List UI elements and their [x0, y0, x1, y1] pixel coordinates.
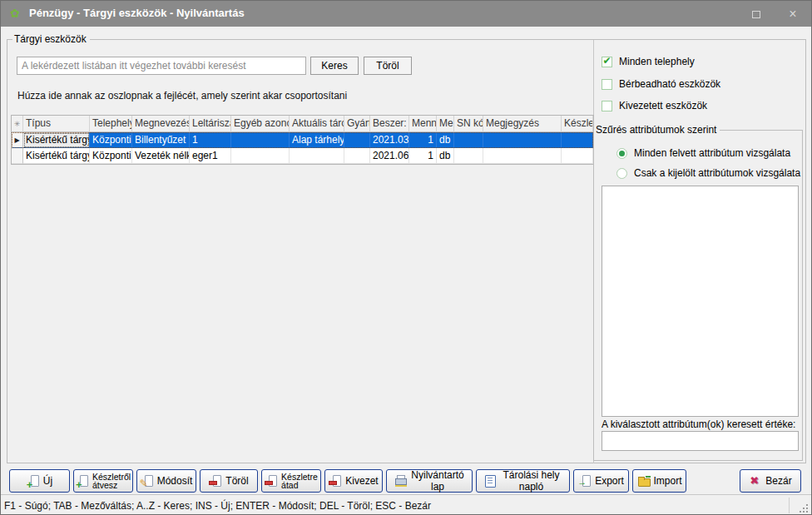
column-header-1[interactable]: Típus — [23, 116, 90, 132]
close-icon: × — [789, 7, 796, 21]
nyilvantarto-lap-label: Nyilvántartó lap — [410, 469, 465, 493]
modosit-button[interactable]: Módosít — [136, 469, 196, 493]
cell — [344, 132, 370, 148]
column-header-2[interactable]: Telephely — [90, 116, 132, 132]
radio-label: Csak a kijelölt attribútumok vizsgálata — [634, 167, 800, 179]
cell — [454, 132, 483, 148]
keszletre-atad-label: Készletre átad — [281, 473, 318, 489]
modosit-label: Módosít — [157, 475, 193, 487]
nyilvantarto-lap-button[interactable]: Nyilvántartó lap — [386, 469, 473, 493]
column-header-11[interactable]: SN kó — [454, 116, 483, 132]
cell — [454, 148, 483, 164]
cell — [231, 132, 290, 148]
assets-table: ✳TípusTelephelyMegnevezésLeltáriszáEgyéb… — [11, 115, 594, 165]
column-header-13[interactable]: Készle — [562, 116, 593, 132]
checkbox-unchecked-icon — [602, 101, 612, 111]
attribute-list[interactable] — [602, 186, 799, 417]
attribute-value-label: A kiválasztott attribútum(ok) keresett é… — [602, 418, 795, 430]
keszletre-atad-button[interactable]: Készletre átad — [261, 469, 321, 493]
cell: 1 — [190, 132, 231, 148]
doc-minus-icon — [209, 474, 222, 487]
cell — [231, 148, 290, 164]
close-window-button[interactable]: Bezár — [740, 469, 801, 493]
row-selector-header: ✳ — [12, 116, 23, 132]
radio-unselected-icon — [616, 168, 627, 179]
close-x-icon — [749, 474, 762, 487]
journal-icon — [483, 474, 497, 487]
column-header-7[interactable]: Gyárt — [344, 116, 370, 132]
export-label: Export — [595, 475, 624, 487]
bottom-toolbar: ÚjKészletről átveszMódosítTörölKészletre… — [1, 467, 811, 494]
cell: Alap tárhely — [290, 132, 344, 148]
close-window-label: Bezár — [765, 475, 791, 487]
table-row[interactable]: ▶Kisértékű tárgyKözponti tBillentyűzet1A… — [12, 132, 593, 148]
cell: 2021.06 — [370, 148, 409, 164]
search-input[interactable] — [17, 57, 306, 75]
cell — [290, 148, 344, 164]
resize-grip-icon[interactable] — [800, 504, 808, 513]
cell: 1 — [409, 148, 437, 164]
status-bar: F1 - Súgó; TAB - Mezőváltás; A..Z - Kere… — [1, 494, 811, 515]
keszletrol-atvesz-button[interactable]: Készletről átvesz — [73, 469, 133, 493]
column-header-8[interactable]: Beszer: — [370, 116, 409, 132]
radio-option-2[interactable]: Csak a kijelölt attribútumok vizsgálata — [616, 167, 800, 179]
checkbox-label: Minden telephely — [619, 56, 695, 67]
column-header-10[interactable]: Me — [437, 116, 454, 132]
cell — [483, 132, 562, 148]
clear-search-button[interactable]: Töröl — [364, 57, 412, 75]
attribute-filter-legend: Szűrés attribútumok szerint — [594, 124, 720, 136]
group-by-hint: Húzza ide annak az oszlopnak a fejlécét,… — [17, 90, 347, 102]
checkbox-filter-1[interactable]: ✔Minden telephely — [602, 56, 695, 67]
maximize-icon — [752, 11, 760, 18]
kivezet-button[interactable]: Kivezet — [324, 469, 383, 493]
radio-option-1[interactable]: Minden felvett attribútum vizsgálata — [616, 147, 790, 159]
cell: Vezeték nélki — [132, 148, 190, 164]
cell — [562, 132, 593, 148]
import-button[interactable]: Import — [632, 469, 686, 493]
checkbox-label: Kivezetett eszközök — [619, 100, 707, 111]
check-mark-icon: ✔ — [602, 56, 611, 66]
keszletrol-atvesz-label: Készletről átvesz — [92, 473, 131, 489]
checkbox-filter-3[interactable]: Kivezetett eszközök — [602, 100, 707, 111]
status-text: F1 - Súgó; TAB - Mezőváltás; A..Z - Kere… — [4, 500, 431, 512]
column-header-12[interactable]: Megjegyzés — [483, 116, 562, 132]
app-flower-icon: ✿ — [10, 7, 20, 19]
doc-minus-icon — [329, 474, 342, 487]
table-header-row: ✳TípusTelephelyMegnevezésLeltáriszáEgyéb… — [12, 116, 593, 132]
cell: db — [437, 148, 454, 164]
table-row[interactable]: Kisértékű tárgyKözponti tVezeték nélkieg… — [12, 148, 593, 164]
uj-button[interactable]: Új — [9, 469, 70, 493]
table-body: ▶Kisértékű tárgyKözponti tBillentyűzet1A… — [12, 132, 593, 164]
checkbox-filter-2[interactable]: Bérbeadható eszközök — [602, 78, 720, 90]
column-header-5[interactable]: Egyéb azonc — [231, 116, 290, 132]
app-window: ✿ Pénzügy - Tárgyi eszközök - Nyilvántar… — [0, 0, 812, 515]
doc-minus-icon — [265, 474, 278, 487]
cell: Kisértékű tárgy — [23, 132, 90, 148]
tarolasi-hely-naplo-button[interactable]: Tárolási hely napló — [476, 469, 570, 493]
column-header-6[interactable]: Aktuális táro — [290, 116, 344, 132]
torol-label: Töröl — [225, 475, 248, 487]
checkbox-checked-icon: ✔ — [602, 57, 612, 67]
close-button[interactable]: × — [781, 6, 805, 22]
cell: Központi t — [90, 148, 132, 164]
cell: 1 — [409, 132, 437, 148]
attribute-value-input[interactable] — [602, 431, 799, 451]
row-selector-cell[interactable] — [12, 148, 23, 164]
doc-export-icon — [578, 474, 592, 487]
export-button[interactable]: Export — [573, 469, 629, 493]
printer-icon — [394, 474, 407, 487]
cell — [344, 148, 370, 164]
cell: 2021.03. — [370, 132, 409, 148]
torol-button[interactable]: Töröl — [200, 469, 258, 493]
maximize-button[interactable] — [745, 6, 768, 22]
column-header-3[interactable]: Megnevezés — [132, 116, 190, 132]
column-header-9[interactable]: Menn — [409, 116, 437, 132]
checkbox-label: Bérbeadható eszközök — [619, 78, 720, 90]
kivezet-label: Kivezet — [345, 475, 378, 487]
cell: eger1 — [190, 148, 231, 164]
search-button[interactable]: Keres — [310, 57, 359, 75]
cell: Billentyűzet — [132, 132, 190, 148]
row-selector-cell[interactable]: ▶ — [12, 132, 23, 148]
title-bar: ✿ Pénzügy - Tárgyi eszközök - Nyilvántar… — [1, 1, 811, 27]
column-header-4[interactable]: Leltáriszá — [190, 116, 231, 132]
